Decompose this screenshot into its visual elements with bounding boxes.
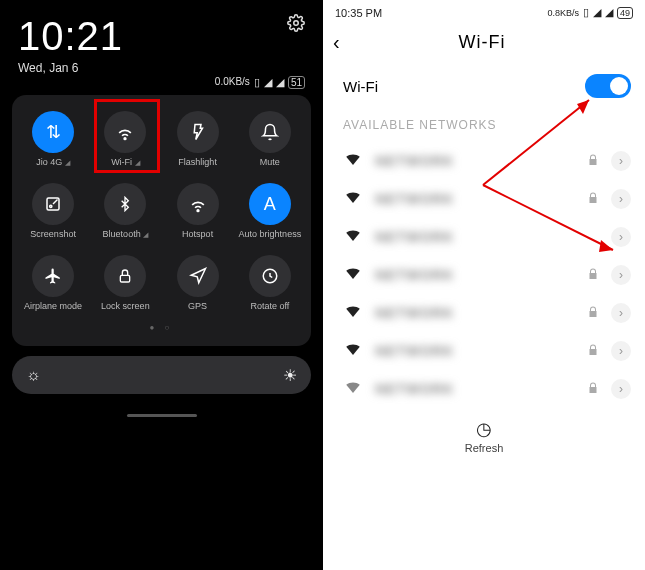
wifi-toggle-label: Wi-Fi: [343, 78, 378, 95]
tile-lock-screen[interactable]: Lock screen: [90, 249, 160, 317]
home-indicator[interactable]: [127, 414, 197, 417]
wifi-toggle[interactable]: [585, 74, 631, 98]
network-ssid: NETWORK: [375, 191, 575, 207]
refresh-icon: ◷: [323, 418, 645, 440]
signal-icon: ◢: [264, 76, 272, 89]
wifi-signal-icon: [343, 226, 363, 248]
data-rate: 0.0KB/s: [215, 76, 250, 87]
chevron-right-icon[interactable]: ›: [611, 227, 631, 247]
tile-label: Flashlight: [178, 157, 217, 167]
bluetooth-icon: [104, 183, 146, 225]
tile-screenshot[interactable]: Screenshot: [18, 177, 88, 245]
tile-hotspot[interactable]: Hotspot: [163, 177, 233, 245]
tiles-panel: ⇅Jio 4G ◢Wi-Fi ◢FlashlightMuteScreenshot…: [12, 95, 311, 346]
svg-rect-5: [121, 275, 130, 282]
tile-label: Hotspot: [182, 229, 213, 239]
network-item[interactable]: NETWORK›: [323, 370, 645, 408]
chevron-right-icon[interactable]: ›: [611, 189, 631, 209]
network-item[interactable]: NETWORK›: [323, 218, 645, 256]
tile-airplane-mode[interactable]: Airplane mode: [18, 249, 88, 317]
chevron-right-icon[interactable]: ›: [611, 303, 631, 323]
chevron-right-icon[interactable]: ›: [611, 341, 631, 361]
tile-label: GPS: [188, 301, 207, 311]
battery-indicator: 51: [288, 76, 305, 89]
status-bar: 10:21 Wed, Jan 6 0.0KB/s ▯ ◢ ◢ 51: [4, 4, 319, 89]
network-item[interactable]: NETWORK›: [323, 180, 645, 218]
tile-label: Auto brightness: [239, 229, 302, 239]
network-ssid: NETWORK: [375, 153, 575, 169]
svg-point-3: [50, 205, 52, 207]
tile-auto-brightness[interactable]: AAuto brightness: [235, 177, 305, 245]
wifi-signal-icon: [343, 302, 363, 324]
tile-flashlight[interactable]: Flashlight: [163, 105, 233, 173]
wifi-signal-icon: [343, 150, 363, 172]
tile-label: Rotate off: [250, 301, 289, 311]
tile-gps[interactable]: GPS: [163, 249, 233, 317]
signal-icon: ◢: [593, 6, 601, 19]
screenshot-icon: [32, 183, 74, 225]
network-item[interactable]: NETWORK›: [323, 256, 645, 294]
brightness-slider[interactable]: ☼ ☀: [12, 356, 311, 394]
wi-fi-icon: [104, 111, 146, 153]
lock-icon: [587, 382, 599, 397]
chevron-right-icon[interactable]: ›: [611, 379, 631, 399]
page-header: ‹ Wi-Fi: [323, 25, 645, 60]
wifi-signal-icon: [343, 340, 363, 362]
page-title: Wi-Fi: [333, 32, 631, 53]
svg-point-4: [197, 210, 199, 212]
wifi-signal-icon: [343, 378, 363, 400]
svg-point-1: [125, 138, 127, 140]
jio-4g-icon: ⇅: [32, 111, 74, 153]
wifi-toggle-row[interactable]: Wi-Fi: [323, 60, 645, 118]
network-ssid: NETWORK: [375, 229, 599, 245]
tile-label: Bluetooth ◢: [103, 229, 149, 239]
tile-label: Screenshot: [30, 229, 76, 239]
network-ssid: NETWORK: [375, 343, 575, 359]
flashlight-icon: [177, 111, 219, 153]
network-item[interactable]: NETWORK›: [323, 332, 645, 370]
refresh-label: Refresh: [323, 442, 645, 454]
tile-wi-fi[interactable]: Wi-Fi ◢: [90, 105, 160, 173]
tile-label: Jio 4G ◢: [36, 157, 70, 167]
wifi-signal-icon: [343, 188, 363, 210]
mute-icon: [249, 111, 291, 153]
network-item[interactable]: NETWORK›: [323, 142, 645, 180]
signal-icon: ◢: [605, 6, 613, 19]
quick-settings-panel: 10:21 Wed, Jan 6 0.0KB/s ▯ ◢ ◢ 51 ⇅Jio 4…: [0, 0, 323, 570]
sun-high-icon: ☀: [283, 366, 297, 385]
wifi-settings-screen: 10:35 PM 0.8KB/s ▯ ◢ ◢ 49 ‹ Wi-Fi Wi-Fi …: [323, 0, 645, 570]
signal-icon: ◢: [276, 76, 284, 89]
auto-brightness-icon: A: [249, 183, 291, 225]
pager-dots: ● ○: [18, 323, 305, 332]
sun-low-icon: ☼: [26, 366, 41, 384]
tile-rotate-off[interactable]: Rotate off: [235, 249, 305, 317]
lock-icon: [587, 154, 599, 169]
sim-icon: ▯: [583, 6, 589, 19]
tile-label: Lock screen: [101, 301, 150, 311]
svg-point-0: [294, 21, 299, 26]
refresh-button[interactable]: ◷ Refresh: [323, 408, 645, 454]
chevron-right-icon[interactable]: ›: [611, 151, 631, 171]
lock-icon: [587, 344, 599, 359]
section-label: AVAILABLE NETWORKS: [323, 118, 645, 142]
hotspot-icon: [177, 183, 219, 225]
tile-bluetooth[interactable]: Bluetooth ◢: [90, 177, 160, 245]
tile-label: Wi-Fi ◢: [111, 157, 140, 167]
status-bar: 10:35 PM 0.8KB/s ▯ ◢ ◢ 49: [323, 0, 645, 25]
wifi-signal-icon: [343, 264, 363, 286]
network-ssid: NETWORK: [375, 381, 575, 397]
data-rate: 0.8KB/s: [547, 8, 579, 18]
tile-jio-4g[interactable]: ⇅Jio 4G ◢: [18, 105, 88, 173]
network-item[interactable]: NETWORK›: [323, 294, 645, 332]
network-ssid: NETWORK: [375, 267, 575, 283]
date: Wed, Jan 6: [18, 61, 123, 75]
chevron-right-icon[interactable]: ›: [611, 265, 631, 285]
tile-label: Mute: [260, 157, 280, 167]
gps-icon: [177, 255, 219, 297]
gear-icon[interactable]: [287, 14, 305, 36]
lock-icon: [587, 306, 599, 321]
lock-icon: [587, 268, 599, 283]
tile-mute[interactable]: Mute: [235, 105, 305, 173]
rotate-off-icon: [249, 255, 291, 297]
network-list: NETWORK›NETWORK›NETWORK›NETWORK›NETWORK›…: [323, 142, 645, 408]
